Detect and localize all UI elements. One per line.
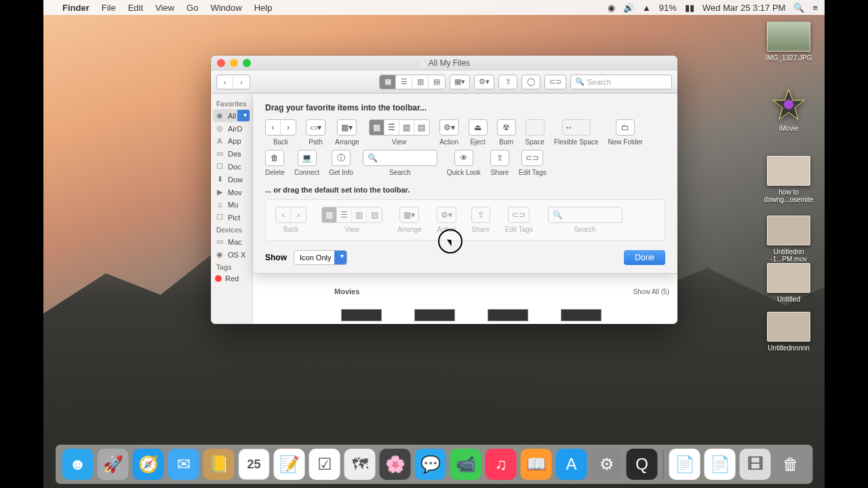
sidebar-item-documents[interactable]: ☐Doc: [211, 160, 252, 173]
sidebar-item-allmyfiles[interactable]: ◉All M: [213, 109, 250, 122]
toolbar-items-grid: ‹›Back ▭▾Path ▦▾Arrange ▦☰▥▤View ⚙▾Actio…: [265, 119, 665, 176]
dock-maps[interactable]: 🗺: [344, 449, 376, 480]
sync-icon[interactable]: ◉: [608, 3, 615, 13]
dock-launchpad[interactable]: 🚀: [98, 449, 129, 480]
desktop-icon[interactable]: IMG_1327.JPG: [762, 22, 815, 62]
dock-doc[interactable]: 📄: [669, 449, 701, 480]
sidebar-item-osx[interactable]: ◉OS X: [211, 248, 252, 261]
share-button[interactable]: ⇪: [498, 75, 517, 89]
desktop-icon[interactable]: Untitlednnnnn: [762, 312, 815, 352]
sidebar-item-music[interactable]: ♫Mu: [211, 199, 252, 211]
dock-ibooks[interactable]: 📖: [521, 449, 552, 480]
dock-safari[interactable]: 🧭: [133, 449, 164, 480]
dock-contacts[interactable]: 📒: [203, 449, 235, 480]
tool-back[interactable]: ‹›Back: [265, 119, 296, 146]
menu-file[interactable]: File: [102, 3, 116, 13]
menu-help[interactable]: Help: [254, 3, 273, 13]
spotlight-icon[interactable]: 🔍: [793, 3, 804, 13]
tool-newfolder[interactable]: 🗀New Folder: [608, 119, 643, 146]
sidebar-item-downloads[interactable]: ⬇Dow: [211, 173, 252, 186]
sidebar-tag-red[interactable]: Red: [211, 272, 252, 285]
desktop-icon[interactable]: how to downg...osemite: [762, 156, 815, 203]
tool-search[interactable]: 🔍Search: [363, 150, 437, 176]
dock-messages[interactable]: 💬: [415, 449, 446, 480]
menu-go[interactable]: Go: [186, 3, 198, 13]
sidebar-hdr-devices: Devices: [211, 224, 252, 235]
desktop-icon[interactable]: Untitlednn -1...PM.mov: [762, 216, 815, 263]
tool-edittags[interactable]: ⊂⊃Edit Tags: [519, 150, 547, 176]
battery-icon: ▮▮: [685, 3, 694, 13]
menu-edit[interactable]: Edit: [128, 3, 143, 13]
show-select[interactable]: Icon Only: [294, 250, 347, 265]
tool-burn[interactable]: ☢Burn: [497, 119, 516, 146]
notification-center-icon[interactable]: ≡: [812, 3, 818, 13]
tool-space[interactable]: Space: [526, 119, 545, 146]
edit-tags-button[interactable]: ◯: [521, 75, 540, 89]
tool-flexspace[interactable]: ↔Flexible Space: [554, 119, 599, 146]
done-button[interactable]: Done: [624, 250, 665, 265]
dock: ☻🚀🧭✉📒25📝☑🗺🌸💬📹♫📖A⚙Q📄📄🎞🗑: [56, 445, 813, 484]
dock-notes[interactable]: 📝: [274, 449, 305, 480]
menu-window[interactable]: Window: [210, 3, 241, 13]
app-menu[interactable]: Finder: [62, 3, 90, 13]
desktop-icon-imovie[interactable]: iMovie: [762, 88, 815, 132]
view-switcher[interactable]: ▦☰▥▤: [379, 75, 446, 89]
wifi-icon[interactable]: ▲: [642, 3, 651, 13]
clock[interactable]: Wed Mar 25 3:17 PM: [703, 3, 786, 13]
tool-view[interactable]: ▦☰▥▤View: [369, 119, 430, 146]
action-button[interactable]: ⚙▾: [474, 75, 494, 89]
desktop: Finder File Edit View Go Window Help ◉ 🔊…: [43, 0, 825, 488]
customize-toolbar-sheet: Drag your favorite items into the toolba…: [253, 94, 677, 274]
dock-mail[interactable]: ✉: [168, 449, 199, 480]
sidebar-item-applications[interactable]: AApp: [211, 135, 252, 147]
sidebar: Favorites ◉All M ◎AirD AApp ▭Des ☐Doc ⬇D…: [211, 94, 253, 324]
tool-action[interactable]: ⚙▾Action: [439, 119, 459, 146]
sidebar-item-movies[interactable]: ▶Mov: [211, 186, 252, 199]
titlebar[interactable]: All My Files: [211, 56, 677, 70]
default-toolbar-set[interactable]: ‹›Back ▦☰▥▤View ▦▾Arrange ⚙▾Action ⇪Shar…: [265, 199, 665, 241]
sidebar-item-airdrop[interactable]: ◎AirD: [211, 122, 252, 135]
tool-path[interactable]: ▭▾Path: [306, 119, 326, 146]
nav-back-forward[interactable]: ‹›: [216, 75, 250, 89]
sheet-title: Drag your favorite items into the toolba…: [265, 103, 665, 113]
sidebar-item-pictures[interactable]: ☐Pict: [211, 211, 252, 224]
show-all-link[interactable]: Show All (5): [633, 288, 669, 296]
dock-photos[interactable]: 🌸: [380, 449, 411, 480]
dock-page[interactable]: 📄: [705, 449, 736, 480]
sidebar-item-mac[interactable]: ▭Mac: [211, 235, 252, 248]
tool-arrange[interactable]: ▦▾Arrange: [335, 119, 359, 146]
dock-video[interactable]: 🎞: [740, 449, 771, 480]
finder-toolbar: ‹› ▦☰▥▤ ▦▾ ⚙▾ ⇪ ◯ ⊂⊃ 🔍Search: [211, 70, 677, 94]
dock-itunes[interactable]: ♫: [486, 449, 517, 480]
dock-appstore[interactable]: A: [556, 449, 587, 480]
tool-quicklook[interactable]: 👁Quick Look: [447, 150, 481, 176]
battery-pct[interactable]: 91%: [659, 3, 677, 13]
dock-facetime[interactable]: 📹: [450, 449, 481, 480]
menu-view[interactable]: View: [155, 3, 174, 13]
toolbar-search[interactable]: 🔍Search: [570, 75, 672, 89]
edit-tags2-button[interactable]: ⊂⊃: [545, 75, 566, 89]
window-title: All My Files: [211, 58, 677, 68]
content-area: Movies Show All (5) Drag your favorite i…: [253, 94, 677, 324]
dock-quicktime[interactable]: Q: [627, 449, 658, 480]
tool-delete[interactable]: 🗑Delete: [265, 150, 285, 176]
show-label: Show: [265, 253, 287, 262]
movie-thumbs[interactable]: [341, 309, 601, 321]
sidebar-item-desktop[interactable]: ▭Des: [211, 147, 252, 160]
finder-window: All My Files ‹› ▦☰▥▤ ▦▾ ⚙▾ ⇪ ◯ ⊂⊃ 🔍Searc…: [211, 56, 677, 324]
tool-eject[interactable]: ⏏Eject: [469, 119, 488, 146]
desktop-icon[interactable]: Untitled: [762, 263, 815, 303]
dock-trash[interactable]: 🗑: [775, 449, 806, 480]
tool-connect[interactable]: 💻Connect: [294, 150, 319, 176]
section-movies: Movies: [334, 287, 359, 296]
tool-share[interactable]: ⇪Share: [490, 150, 509, 176]
search-icon: 🔍: [575, 77, 585, 86]
dock-reminders[interactable]: ☑: [309, 449, 340, 480]
tool-getinfo[interactable]: ⓘGet Info: [329, 150, 353, 176]
dock-finder[interactable]: ☻: [62, 449, 94, 480]
arrange-button[interactable]: ▦▾: [450, 75, 470, 89]
svg-point-1: [784, 100, 793, 109]
dock-sysprefs[interactable]: ⚙: [591, 449, 623, 480]
volume-icon[interactable]: 🔊: [623, 3, 634, 13]
dock-calendar[interactable]: 25: [239, 449, 270, 480]
